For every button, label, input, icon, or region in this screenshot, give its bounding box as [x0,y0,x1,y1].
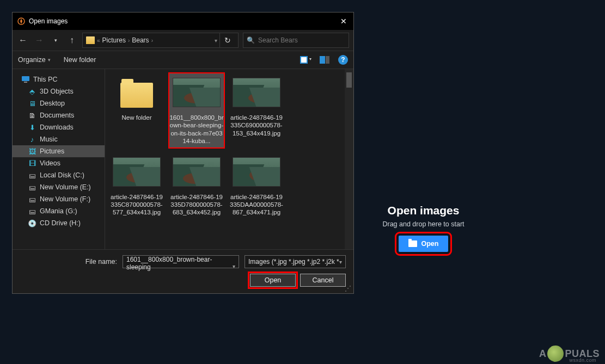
sidebar-item-label: Desktop [40,100,65,107]
drop-title: Open images [381,204,466,217]
svg-rect-5 [22,76,29,81]
sidebar-item-videos[interactable]: 🎞 Videos [13,157,105,169]
dialog-footer: File name: 1601__800x800_brown-bear-slee… [13,249,353,293]
file-item-image[interactable]: article-2487846-19335D7800000578-683_634… [168,152,225,220]
sidebar-item-downloads[interactable]: ⬇ Downloads [13,121,105,133]
mascot-icon [547,346,564,362]
folder-icon [86,36,95,44]
file-type-select[interactable]: Images (*.jpg *.jpeg *.jp2 *.j2k * ▾ [245,255,346,268]
open-button[interactable]: Open [250,274,296,287]
recent-dropdown[interactable]: ▾ [50,34,62,46]
breadcrumb-segment[interactable]: Pictures [102,36,126,44]
image-thumbnail-icon [172,75,221,110]
sidebar-item-desktop[interactable]: 🖥 Desktop [13,97,105,109]
sidebar-item-music[interactable]: ♪ Music [13,133,105,145]
disk-icon: 🖴 [28,195,36,203]
image-thumbnail-icon [232,154,281,190]
refresh-button[interactable]: ↻ [219,33,235,48]
open-images-button[interactable]: Open [399,236,449,252]
document-icon: 🗎 [28,111,36,120]
open-button-label: Open [421,240,439,248]
file-label: article-2487846-19335D7800000578-683_634… [169,193,224,217]
sidebar-this-pc[interactable]: This PC [13,73,105,85]
sidebar-item-3d-objects[interactable]: ⬘ 3D Objects [13,85,105,97]
scrollbar[interactable] [345,69,353,249]
watermark-url: wsxdn.com [569,357,596,363]
file-item-image[interactable]: article-2487846-19335DAA00000578-867_634… [228,152,285,220]
chevron-down-icon[interactable]: ▾ [339,259,342,265]
drop-subtitle: Drag and drop here to start [381,220,466,228]
up-button[interactable]: ↑ [66,34,78,46]
breadcrumb-segment[interactable]: Bears [132,36,149,44]
open-images-dialog: Open images ✕ ← → ▾ ↑ « Pictures › Bears… [12,12,354,294]
navbar: ← → ▾ ↑ « Pictures › Bears › ▾ ↻ 🔍 Searc… [13,30,353,51]
search-placeholder: Search Bears [258,36,298,44]
sidebar-item-label: GMania (G:) [40,207,77,215]
file-item-image[interactable]: article-2487846-19335C6900000578-153_634… [228,72,285,149]
titlebar: Open images ✕ [13,13,353,30]
file-name-label: File name: [85,258,117,266]
sidebar-item-gmania-g[interactable]: 🖴 GMania (G:) [13,205,105,217]
sidebar-item-cd-drive-h[interactable]: 💿 CD Drive (H:) [13,217,105,229]
file-label: 1601__800x800_brown-bear-sleeping-on-its… [169,114,224,145]
sidebar-item-volume-f[interactable]: 🖴 New Volume (F:) [13,193,105,205]
back-button[interactable]: ← [17,34,29,46]
file-label: article-2487846-19335DAA00000578-867_634… [229,193,284,217]
sidebar: This PC ⬘ 3D Objects 🖥 Desktop 🗎 Documen… [13,69,105,249]
watermark-letter: A [539,348,547,360]
svg-rect-2 [301,57,307,63]
file-name-input[interactable]: 1601__800x800_brown-bear-sleeping ▾ [123,255,239,268]
disk-icon: 🖴 [28,183,36,192]
music-icon: ♪ [28,135,36,144]
sidebar-item-label: Music [40,135,58,143]
sidebar-item-local-disk-c[interactable]: 🖴 Local Disk (C:) [13,169,105,181]
help-button[interactable]: ? [338,55,348,65]
sidebar-item-volume-e[interactable]: 🖴 New Volume (E:) [13,181,105,193]
breadcrumb-dropdown[interactable]: ▾ [215,38,217,44]
chevron-right-icon: › [151,38,153,44]
download-icon: ⬇ [28,123,36,132]
drop-panel: Open images Drag and drop here to start … [381,204,466,252]
cancel-button-label: Cancel [313,276,334,284]
disk-icon: 🖴 [28,207,36,215]
svg-rect-3 [320,56,325,64]
new-folder-button[interactable]: New folder [64,56,96,64]
file-item-image-selected[interactable]: 1601__800x800_brown-bear-sleeping-on-its… [168,72,225,149]
file-name-value: 1601__800x800_brown-bear-sleeping [126,256,212,271]
search-icon: 🔍 [247,36,255,44]
chevron-left-icon: « [97,38,100,44]
breadcrumb[interactable]: « Pictures › Bears › ▾ ↻ [82,33,239,48]
preview-pane-button[interactable] [319,55,333,65]
sidebar-item-label: Downloads [40,124,74,131]
organize-label: Organize [18,56,46,64]
forward-button[interactable]: → [33,34,45,46]
resize-grip[interactable]: ⋰ [345,285,351,292]
sidebar-item-label: New Volume (F:) [40,195,90,203]
organize-menu[interactable]: Organize ▾ [18,56,51,64]
image-thumbnail-icon [112,154,161,190]
sidebar-item-documents[interactable]: 🗎 Documents [13,109,105,121]
monitor-icon [21,75,30,84]
sidebar-item-label: Videos [40,159,60,167]
chevron-down-icon[interactable]: ▾ [233,263,235,269]
cd-icon: 💿 [28,219,36,227]
chevron-down-icon: ▾ [48,57,51,63]
sidebar-item-label: New Volume (E:) [40,183,91,191]
folder-icon [119,80,155,110]
file-grid[interactable]: New folder 1601__800x800_brown-bear-slee… [105,69,345,249]
sidebar-item-pictures[interactable]: 🖼 Pictures [13,145,105,157]
scroll-thumb[interactable] [346,72,352,88]
toolbar: Organize ▾ New folder ? [13,51,353,69]
disk-icon: 🖴 [28,171,36,180]
chevron-right-icon: › [128,38,130,44]
cancel-button[interactable]: Cancel [300,274,346,287]
close-button[interactable]: ✕ [338,17,349,26]
sidebar-item-label: CD Drive (H:) [40,219,81,227]
file-item-image[interactable]: article-2487846-19335C8700000578-577_634… [108,152,165,220]
view-mode-button[interactable] [299,55,313,65]
file-item-folder[interactable]: New folder [108,72,165,149]
image-thumbnail-icon [172,154,221,190]
search-input[interactable]: 🔍 Search Bears [243,33,349,48]
folder-icon [408,240,417,247]
dialog-body: This PC ⬘ 3D Objects 🖥 Desktop 🗎 Documen… [13,69,353,249]
